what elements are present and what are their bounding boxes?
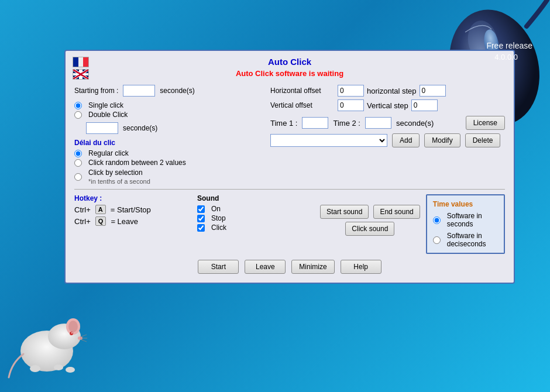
starting-from-input[interactable]	[123, 85, 155, 97]
action-dropdown[interactable]	[270, 134, 387, 147]
double-click-row: Double Click	[74, 111, 262, 119]
free-release-text: Free release	[486, 41, 532, 50]
sound-title: Sound	[197, 194, 314, 202]
delay-section: Délai du clic Regular click Click random…	[74, 139, 262, 185]
rat-decoration	[6, 287, 88, 380]
uk-flag[interactable]	[73, 69, 89, 80]
regular-click-row: Regular click	[74, 149, 262, 157]
hotkey-a-row: Ctrl+ A = Start/Stop	[74, 205, 191, 214]
help-button[interactable]: Help	[341, 260, 381, 274]
add-button[interactable]: Add	[392, 133, 420, 147]
sound-click-checkbox[interactable]	[197, 224, 205, 232]
start-end-sound-row: Start sound End sound	[320, 205, 420, 219]
horizontal-step-label: horizontal step	[367, 87, 417, 95]
svg-point-13	[54, 365, 63, 370]
leave-text: = Leave	[111, 217, 138, 226]
end-sound-button[interactable]: End sound	[373, 205, 420, 219]
svg-line-12	[80, 339, 87, 342]
start-button[interactable]: Start	[198, 260, 239, 274]
hotkey-section: Hotkey : Ctrl+ A = Start/Stop Ctrl+ Q = …	[74, 194, 191, 226]
modify-button[interactable]: Modify	[424, 133, 460, 147]
svg-point-14	[66, 367, 75, 373]
sound-click-row: Click	[197, 223, 314, 232]
seconds-row: Software in seconds	[433, 212, 498, 228]
seconds-radio[interactable]	[433, 216, 441, 224]
sound-on-row: On	[197, 205, 314, 213]
start-sound-button[interactable]: Start sound	[320, 205, 369, 219]
app-title: Auto Click	[74, 57, 505, 67]
random-click-radio[interactable]	[74, 159, 82, 167]
regular-click-label: Regular click	[88, 149, 129, 157]
horizontal-offset-input[interactable]	[338, 85, 364, 97]
ctrl-plus-a: Ctrl+	[74, 205, 91, 214]
regular-click-radio[interactable]	[74, 150, 82, 157]
single-click-radio[interactable]	[74, 102, 82, 109]
version-text: 4.0.0.0	[494, 53, 518, 61]
time-values-box: Time values Software in seconds Software…	[426, 194, 505, 254]
svg-point-8	[71, 332, 73, 333]
hotkey-q-row: Ctrl+ Q = Leave	[74, 216, 191, 226]
vertical-step-label: Vertical step	[367, 101, 408, 110]
ctrl-plus-q: Ctrl+	[74, 217, 91, 226]
left-column: Starting from : seconde(s) Single click …	[74, 85, 262, 185]
time-values-title: Time values	[433, 200, 498, 208]
vertical-step-input[interactable]	[411, 99, 438, 111]
click-sound-button[interactable]: Click sound	[345, 222, 394, 236]
delay-input[interactable]	[86, 122, 118, 134]
sound-stop-row: Stop	[197, 214, 314, 222]
selection-click-sub: *in tenths of a second	[88, 178, 150, 185]
deciseconds-row: Software in deciseconds	[433, 232, 498, 248]
action-row: Add Modify Delete	[270, 133, 505, 147]
time-values-section: Time values Software in seconds Software…	[426, 194, 505, 254]
delay-title: Délai du clic	[74, 139, 262, 147]
selection-click-row: Click by selection *in tenths of a secon…	[74, 168, 262, 185]
app-status: Auto Click software is waiting	[74, 69, 505, 78]
time2-input[interactable]	[365, 117, 391, 129]
hotkey-title: Hotkey :	[74, 194, 191, 202]
leave-button[interactable]: Leave	[245, 260, 286, 274]
bottom-section: Hotkey : Ctrl+ A = Start/Stop Ctrl+ Q = …	[74, 194, 505, 254]
start-stop-text: = Start/Stop	[111, 205, 151, 214]
delay-unit: seconde(s)	[123, 124, 157, 132]
license-button[interactable]: License	[466, 116, 505, 130]
horizontal-step-input[interactable]	[420, 85, 446, 97]
vertical-offset-input[interactable]	[338, 99, 364, 111]
french-flag[interactable]	[73, 57, 89, 67]
time-row: Time 1 : Time 2 : seconde(s) License	[270, 116, 505, 130]
double-click-label: Double Click	[88, 111, 128, 119]
vertical-offset-row: Vertical offset Vertical step	[270, 99, 505, 111]
click-sound-row: Click sound	[320, 222, 420, 236]
delay-input-row: seconde(s)	[74, 122, 262, 134]
q-key-box: Q	[95, 216, 106, 226]
time-unit: seconde(s)	[396, 119, 434, 128]
seconds-label: Software in seconds	[447, 212, 498, 228]
language-flags	[73, 57, 89, 80]
sound-on-checkbox[interactable]	[197, 205, 205, 213]
deciseconds-radio[interactable]	[433, 236, 441, 244]
sound-click-label: Click	[211, 223, 226, 232]
top-section: Starting from : seconde(s) Single click …	[74, 85, 505, 185]
horizontal-offset-label: Horizontal offset	[270, 87, 335, 95]
double-click-radio[interactable]	[74, 111, 82, 119]
delete-button[interactable]: Delete	[465, 133, 501, 147]
time2-label: Time 2 :	[333, 119, 360, 128]
minimize-button[interactable]: Minimize	[291, 260, 334, 274]
selection-click-radio[interactable]	[74, 173, 82, 181]
sound-section: Sound On Stop Click	[197, 194, 314, 232]
sound-stop-checkbox[interactable]	[197, 215, 205, 222]
right-column: Horizontal offset horizontal step Vertic…	[270, 85, 505, 147]
horizontal-offset-row: Horizontal offset horizontal step	[270, 85, 505, 97]
svg-point-15	[30, 365, 40, 372]
a-key-box: A	[95, 205, 106, 214]
svg-point-6	[68, 321, 78, 332]
svg-point-7	[70, 332, 73, 335]
time1-input[interactable]	[302, 117, 328, 129]
random-click-label: Click random between 2 values	[88, 159, 186, 167]
selection-click-label: Click by selection	[88, 169, 143, 177]
svg-line-10	[80, 335, 87, 337]
bottom-buttons: Start Leave Minimize Help	[74, 260, 505, 274]
single-click-label: Single click	[88, 101, 123, 109]
main-dialog: Auto Click Auto Click software is waitin…	[64, 50, 515, 284]
sound-stop-label: Stop	[211, 214, 226, 222]
random-click-row: Click random between 2 values	[74, 159, 262, 167]
